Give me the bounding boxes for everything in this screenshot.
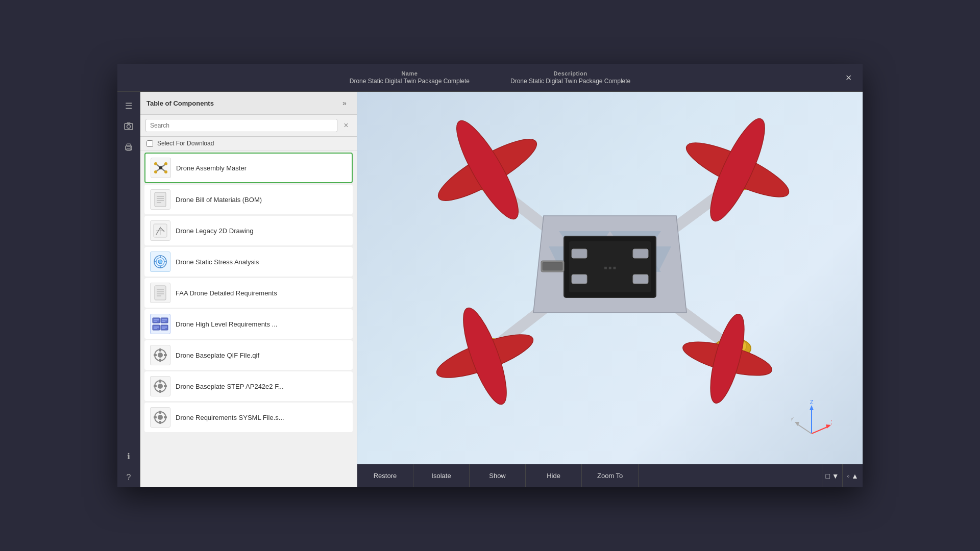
isolate-button[interactable]: Isolate [413,464,470,487]
select-for-download-label: Select For Download [157,140,214,147]
doc-icon [150,283,170,303]
viewer-toolbar-right: □ ▼◦ ▲ [822,464,863,487]
sidebar-item-label: Drone Static Stress Analysis [176,258,347,266]
drawing-icon [150,220,170,241]
sidebar-item-drone-bom[interactable]: Drone Bill of Materials (BOM) [144,185,353,214]
sidebar-item-drone-baseplate-qif[interactable]: Drone Baseplate QIF File.qif [144,340,353,370]
help-icon-button[interactable]: ? [119,468,138,487]
gear-icon [150,407,170,428]
sidebar-item-drone-high-level[interactable]: Drone High Level Requirements ... [144,309,353,339]
svg-point-55 [158,384,163,389]
list-icon: ☰ [125,101,132,111]
svg-rect-36 [153,318,160,323]
header-description-col: Description Drone Static Digital Twin Pa… [510,70,630,85]
print-icon-button[interactable] [119,139,138,158]
viewer-canvas: ■ ■ ■ [357,92,863,464]
svg-rect-62 [159,411,161,414]
svg-rect-102 [572,274,587,284]
svg-point-14 [164,170,167,173]
svg-rect-103 [633,274,648,284]
doc-icon [150,189,170,210]
svg-rect-105 [543,262,562,270]
show-button[interactable]: Show [470,464,526,487]
view-cube-button[interactable]: □ ▼ [822,464,842,487]
svg-point-11 [154,162,157,165]
svg-point-12 [164,162,167,165]
sidebar-item-label: Drone Baseplate QIF File.qif [176,352,347,359]
svg-rect-63 [159,421,161,424]
camera-icon [124,121,133,133]
svg-marker-110 [826,424,831,429]
select-for-download-checkbox[interactable] [146,140,153,147]
analysis-icon [150,252,170,272]
svg-rect-16 [155,192,166,207]
svg-rect-52 [154,354,157,356]
sidebar-item-drone-assembly-master[interactable]: Drone Assembly Master [144,153,353,183]
sidebar-list: Drone Assembly Master Drone Bill of Mate… [140,151,357,487]
sidebar-panel: Table of Components » × Select For Downl… [140,92,357,487]
sidebar-item-label: FAA Drone Detailed Requirements [176,289,347,297]
svg-rect-39 [161,325,168,330]
list-icon-button[interactable]: ☰ [119,96,138,115]
svg-rect-15 [159,166,162,169]
svg-point-61 [158,415,163,420]
sidebar-item-label: Drone High Level Requirements ... [176,320,347,328]
search-clear-button[interactable]: × [340,120,352,131]
svg-rect-64 [154,416,157,418]
svg-rect-31 [155,286,166,300]
header-name-label: Name [401,70,418,77]
axes-indicator: Z X Y [791,398,832,439]
info-icon: ℹ [127,452,130,461]
sidebar-item-faa-drone-detailed[interactable]: FAA Drone Detailed Requirements [144,278,353,308]
header-description-label: Description [554,70,587,77]
svg-rect-53 [164,354,167,356]
main-modal: Name Drone Static Digital Twin Package C… [117,64,863,487]
svg-rect-56 [159,380,161,383]
svg-rect-38 [153,325,160,330]
svg-point-49 [158,353,163,358]
drone-icon [151,158,171,178]
svg-rect-100 [572,249,587,258]
svg-rect-57 [159,390,161,393]
viewer-panel: ■ ■ ■ [357,92,863,487]
search-input[interactable] [145,119,337,132]
sidebar-item-drone-requirements-sysml[interactable]: Drone Requirements SYSML File.s... [144,403,353,432]
svg-text:■ ■ ■: ■ ■ ■ [604,265,616,270]
sidebar-select-row: Select For Download [140,137,357,151]
svg-rect-50 [159,348,161,352]
svg-point-93 [447,114,528,226]
svg-marker-107 [810,405,814,410]
close-button[interactable]: × [835,64,863,92]
sidebar-item-label: Drone Legacy 2D Drawing [176,227,347,235]
sidebar-header: Table of Components » [140,92,357,115]
svg-point-1 [127,125,131,129]
info-icon-button[interactable]: ℹ [119,446,138,466]
sidebar-expand-button[interactable]: » [338,97,351,109]
camera-icon-button[interactable] [119,117,138,137]
sidebar-item-label: Drone Assembly Master [176,164,347,172]
svg-rect-37 [161,318,168,323]
sidebar-item-drone-static-stress[interactable]: Drone Static Stress Analysis [144,247,353,277]
help-icon: ? [127,473,131,482]
svg-text:X: X [831,419,832,425]
svg-point-13 [154,170,157,173]
drone-3d-model: ■ ■ ■ [390,98,829,425]
sidebar-item-drone-legacy-2d[interactable]: Drone Legacy 2D Drawing [144,216,353,245]
sidebar-item-drone-baseplate-step[interactable]: Drone Baseplate STEP AP242e2 F... [144,371,353,401]
vertical-toolbar: ☰ [117,92,140,487]
svg-point-26 [158,260,162,264]
svg-text:Y: Y [791,416,794,422]
sidebar-item-label: Drone Baseplate STEP AP242e2 F... [176,383,347,390]
hide-button[interactable]: Hide [526,464,582,487]
sidebar-item-label: Drone Requirements SYSML File.s... [176,414,347,421]
print-icon [124,143,133,154]
sidebar-title: Table of Components [146,99,214,107]
render-options-button[interactable]: ◦ ▲ [842,464,863,487]
gear-icon [150,376,170,396]
zoom-to-button[interactable]: Zoom To [582,464,639,487]
header-name-col: Name Drone Static Digital Twin Package C… [350,70,470,85]
gear-icon [150,345,170,365]
restore-button[interactable]: Restore [357,464,413,487]
sidebar-item-label: Drone Bill of Materials (BOM) [176,196,347,204]
header-name-value: Drone Static Digital Twin Package Comple… [350,78,470,85]
